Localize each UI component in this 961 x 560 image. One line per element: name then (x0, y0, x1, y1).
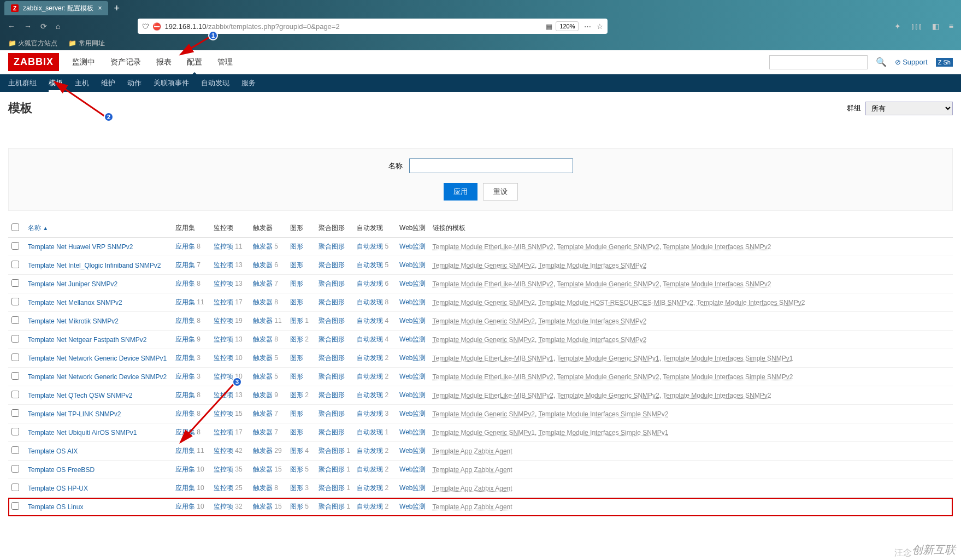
apps-link[interactable]: 应用集 (175, 243, 195, 250)
items-link[interactable]: 监控项 (214, 465, 233, 473)
linked-template[interactable]: Template Module Interfaces SNMPv2 (538, 336, 646, 344)
support-link[interactable]: ⊘ Support (895, 58, 928, 66)
graphs-link[interactable]: 图形 (290, 465, 303, 473)
template-name-link[interactable]: Template OS AIX (28, 447, 78, 455)
apps-link[interactable]: 应用集 (175, 261, 195, 269)
linked-template[interactable]: Template Module HOST-RESOURCES-MIB SNMPv… (538, 299, 693, 306)
web-link[interactable]: Web监测 (399, 503, 426, 510)
header-name[interactable]: 名称 ▲ (25, 219, 172, 238)
discovery-link[interactable]: 自动发现 (357, 261, 383, 269)
linked-template[interactable]: Template Module Generic SNMPv2 (557, 280, 659, 288)
forward-icon[interactable]: → (22, 20, 34, 33)
bookmark-item[interactable]: 📁 常用网址 (68, 39, 104, 48)
screens-link[interactable]: 聚合图形 (319, 335, 345, 343)
screens-link[interactable]: 聚合图形 (319, 428, 345, 436)
linked-template[interactable]: Template Module Generic SNMPv2 (557, 243, 659, 251)
linked-template[interactable]: Template Module EtherLike-MIB SNMPv2 (433, 373, 553, 381)
screens-link[interactable]: 聚合图形 (319, 503, 345, 510)
graphs-link[interactable]: 图形 (290, 373, 303, 380)
row-checkbox[interactable] (11, 484, 19, 491)
row-checkbox[interactable] (11, 353, 19, 361)
discovery-link[interactable]: 自动发现 (357, 298, 383, 306)
screens-link[interactable]: 聚合图形 (319, 447, 345, 455)
linked-template[interactable]: Template Module Interfaces SNMPv2 (663, 280, 771, 288)
linked-template[interactable]: Template App Zabbix Agent (433, 485, 512, 492)
linked-template[interactable]: Template Module Generic SNMPv2 (433, 317, 535, 325)
linked-template[interactable]: Template Module Interfaces Simple SNMPv1 (538, 429, 668, 437)
zoom-badge[interactable]: 120% (556, 21, 579, 31)
reader-icon[interactable]: ▦ (546, 22, 552, 31)
linked-template[interactable]: Template Module Interfaces SNMPv2 (663, 392, 771, 399)
items-link[interactable]: 监控项 (214, 447, 233, 455)
apps-link[interactable]: 应用集 (175, 373, 195, 380)
browser-tab[interactable]: Z zabbix_server: 配置模板 × (4, 1, 108, 15)
screens-link[interactable]: 聚合图形 (319, 354, 345, 362)
sidebar-icon[interactable]: ◧ (930, 20, 941, 33)
linked-template[interactable]: Template Module EtherLike-MIB SNMPv1 (433, 355, 553, 362)
global-search-input[interactable] (769, 55, 868, 69)
apps-link[interactable]: 应用集 (175, 428, 195, 436)
tab-close-icon[interactable]: × (98, 4, 102, 12)
row-checkbox[interactable] (11, 428, 19, 435)
triggers-link[interactable]: 触发器 (253, 243, 273, 250)
items-link[interactable]: 监控项 (214, 317, 233, 325)
items-link[interactable]: 监控项 (214, 335, 233, 343)
library-icon[interactable]: ⫿⫿⫿ (909, 20, 924, 33)
subnav-hosts[interactable]: 主机 (75, 74, 89, 92)
menu-icon[interactable]: ≡ (947, 20, 956, 33)
discovery-link[interactable]: 自动发现 (357, 335, 383, 343)
template-name-link[interactable]: Template Net TP-LINK SNMPv2 (28, 410, 121, 418)
items-link[interactable]: 监控项 (214, 503, 233, 510)
web-link[interactable]: Web监测 (399, 298, 426, 306)
graphs-link[interactable]: 图形 (290, 243, 303, 250)
nav-configuration[interactable]: 配置 (185, 51, 204, 74)
screens-link[interactable]: 聚合图形 (319, 243, 345, 250)
linked-template[interactable]: Template Module Generic SNMPv2 (433, 336, 535, 344)
triggers-link[interactable]: 触发器 (253, 503, 273, 510)
web-link[interactable]: Web监测 (399, 410, 426, 417)
discovery-link[interactable]: 自动发现 (357, 428, 383, 436)
template-name-link[interactable]: Template Net Network Generic Device SNMP… (28, 355, 167, 362)
web-link[interactable]: Web监测 (399, 428, 426, 436)
apps-link[interactable]: 应用集 (175, 465, 195, 473)
apps-link[interactable]: 应用集 (175, 335, 195, 343)
shield-icon[interactable]: 🛡 (142, 22, 149, 31)
triggers-link[interactable]: 触发器 (253, 428, 273, 436)
web-link[interactable]: Web监测 (399, 391, 426, 399)
linked-template[interactable]: Template App Zabbix Agent (433, 466, 512, 474)
items-link[interactable]: 监控项 (214, 373, 233, 380)
subnav-actions[interactable]: 动作 (127, 74, 142, 92)
row-checkbox[interactable] (11, 391, 19, 398)
template-name-link[interactable]: Template Net QTech QSW SNMPv2 (28, 392, 132, 399)
web-link[interactable]: Web监测 (399, 354, 426, 362)
discovery-link[interactable]: 自动发现 (357, 373, 383, 380)
row-checkbox[interactable] (11, 502, 19, 510)
triggers-link[interactable]: 触发器 (253, 410, 273, 417)
subnav-maintenance[interactable]: 维护 (101, 74, 115, 92)
items-link[interactable]: 监控项 (214, 298, 233, 306)
linked-template[interactable]: Template Module Interfaces SNMPv2 (663, 243, 771, 251)
triggers-link[interactable]: 触发器 (253, 447, 273, 455)
screens-link[interactable]: 聚合图形 (319, 280, 345, 287)
graphs-link[interactable]: 图形 (290, 410, 303, 417)
linked-template[interactable]: Template Module Generic SNMPv2 (433, 262, 535, 269)
template-name-link[interactable]: Template Net Ubiquiti AirOS SNMPv1 (28, 429, 137, 437)
discovery-link[interactable]: 自动发现 (357, 465, 383, 473)
screens-link[interactable]: 聚合图形 (319, 261, 345, 269)
apps-link[interactable]: 应用集 (175, 280, 195, 287)
discovery-link[interactable]: 自动发现 (357, 354, 383, 362)
apps-link[interactable]: 应用集 (175, 391, 195, 399)
row-checkbox[interactable] (11, 242, 19, 250)
apps-link[interactable]: 应用集 (175, 447, 195, 455)
linked-template[interactable]: Template Module Interfaces SNMPv2 (697, 299, 805, 306)
graphs-link[interactable]: 图形 (290, 261, 303, 269)
screens-link[interactable]: 聚合图形 (319, 484, 345, 492)
triggers-link[interactable]: 触发器 (253, 354, 273, 362)
template-name-link[interactable]: Template Net Mikrotik SNMPv2 (28, 317, 119, 325)
web-link[interactable]: Web监测 (399, 243, 426, 250)
graphs-link[interactable]: 图形 (290, 335, 303, 343)
linked-template[interactable]: Template Module Interfaces Simple SNMPv2 (538, 410, 668, 418)
row-checkbox[interactable] (11, 316, 19, 324)
triggers-link[interactable]: 触发器 (253, 280, 273, 287)
items-link[interactable]: 监控项 (214, 428, 233, 436)
